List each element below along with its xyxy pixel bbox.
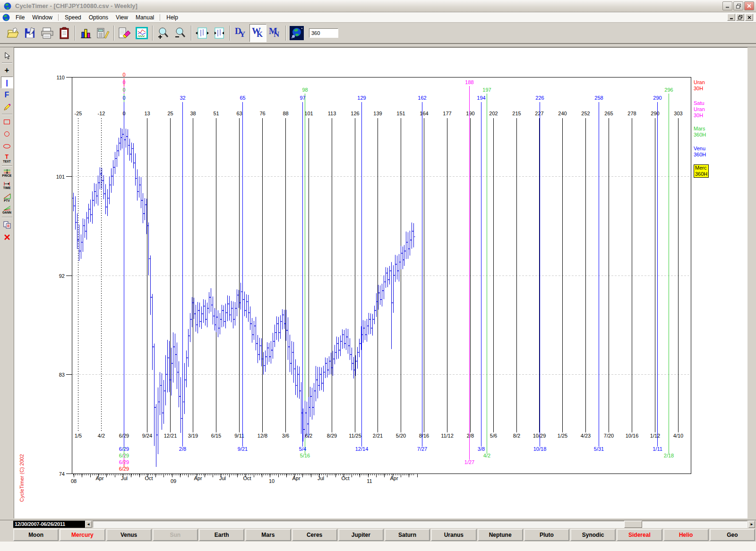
svg-text:1/11: 1/11 [653,446,662,452]
svg-text:Jul: Jul [219,475,226,481]
svg-text:252: 252 [581,111,590,116]
tab-neptune[interactable]: Neptune [478,529,523,541]
svg-text:9/21: 9/21 [238,446,248,452]
svg-text:0: 0 [122,79,125,85]
tab-uranus[interactable]: Uranus [431,529,476,541]
scrollbar-thumb[interactable] [624,521,642,528]
svg-text:92: 92 [59,273,65,279]
tab-helio[interactable]: Helio [663,529,709,541]
tab-moon[interactable]: Moon [13,529,59,541]
tab-venus[interactable]: Venus [106,529,152,541]
svg-text:09: 09 [171,478,176,484]
tab-mars[interactable]: Mars [245,529,291,541]
svg-text:Apr: Apr [390,475,398,481]
svg-text:129: 129 [357,95,366,101]
svg-text:202: 202 [489,111,498,116]
svg-text:0: 0 [122,87,125,93]
svg-text:278: 278 [627,111,636,116]
tab-ceres[interactable]: Ceres [292,529,337,541]
tab-jupiter[interactable]: Jupiter [338,529,384,541]
legend-mars: Mars 360H [694,126,706,138]
svg-text:12/21: 12/21 [164,433,177,439]
svg-text:164: 164 [420,111,428,116]
svg-text:139: 139 [373,111,382,116]
scrollbar-track[interactable] [93,521,747,528]
svg-text:Oct: Oct [243,475,251,481]
svg-text:0: 0 [122,72,125,77]
svg-text:3/19: 3/19 [188,433,198,439]
svg-text:0: 0 [122,95,125,101]
svg-text:25: 25 [167,111,173,116]
legend-uran: Uran 30H [694,79,705,92]
svg-text:74: 74 [59,471,65,477]
svg-text:162: 162 [418,95,426,101]
svg-text:8/16: 8/16 [419,433,429,439]
svg-text:Apr: Apr [95,475,103,481]
svg-text:5/31: 5/31 [594,446,604,452]
svg-text:5/16: 5/16 [300,453,310,458]
svg-text:2/21: 2/21 [373,433,383,439]
svg-text:151: 151 [396,111,405,116]
legend-satu: Satu Uran 30H [694,100,705,119]
svg-text:188: 188 [465,79,473,85]
svg-text:5/4: 5/4 [299,446,306,452]
svg-text:11/12: 11/12 [441,433,454,439]
svg-text:-25: -25 [75,111,82,116]
svg-text:9/24: 9/24 [142,433,152,439]
svg-text:51: 51 [213,111,219,116]
svg-text:3/6: 3/6 [282,433,289,439]
svg-text:Jul: Jul [318,475,324,481]
planet-tabs: MoonMercuryVenusSunEarthMarsCeresJupiter… [13,529,755,542]
copyright-text: CycleTimer (C) 2002 [19,454,25,502]
svg-text:7/20: 7/20 [604,433,614,439]
svg-text:290: 290 [651,111,659,116]
svg-text:76: 76 [259,111,265,116]
bottom-strip [0,542,756,551]
date-range-label: 12/30/2007-06/26/2011 [13,521,85,528]
scroll-right-button[interactable]: ► [748,521,755,528]
svg-text:-12: -12 [98,111,105,116]
svg-text:6/29: 6/29 [119,446,129,452]
svg-text:10/18: 10/18 [533,446,547,452]
svg-text:101: 101 [304,111,313,116]
svg-text:13: 13 [144,111,150,116]
horizontal-scrollbar: 12/30/2007-06/26/2011 ◄ ► [0,520,756,528]
svg-text:5/20: 5/20 [396,433,406,439]
svg-text:63: 63 [236,111,242,116]
svg-text:7/27: 7/27 [417,446,427,452]
svg-text:12/14: 12/14 [355,446,369,452]
svg-text:190: 190 [466,111,474,116]
svg-text:10/16: 10/16 [626,433,639,439]
tab-sidereal[interactable]: Sidereal [617,529,662,541]
tab-earth[interactable]: Earth [199,529,244,541]
svg-text:1/27: 1/27 [464,459,474,465]
svg-text:5/6: 5/6 [490,433,497,439]
svg-text:2/18: 2/18 [664,453,674,458]
svg-text:97: 97 [300,95,305,101]
svg-text:177: 177 [443,111,451,116]
legend-merc: Merc 360H [694,164,709,178]
svg-text:296: 296 [664,87,673,93]
svg-text:215: 215 [512,111,521,116]
chart-svg[interactable]: 110101928374-251/5-124/206/29139/242512/… [0,0,756,551]
svg-text:227: 227 [535,111,543,116]
tab-geo[interactable]: Geo [710,529,755,541]
svg-text:12/8: 12/8 [258,433,267,439]
tab-mercury[interactable]: Mercury [60,529,105,541]
legend-venu: Venu 360H [694,146,706,158]
svg-text:Oct: Oct [145,475,153,481]
svg-text:98: 98 [302,87,308,93]
scroll-left-button[interactable]: ◄ [85,521,92,528]
tab-sun[interactable]: Sun [153,529,198,541]
svg-text:194: 194 [477,95,485,101]
svg-text:110: 110 [56,75,65,80]
svg-text:Apr: Apr [292,475,300,481]
tab-saturn[interactable]: Saturn [385,529,430,541]
svg-text:2/8: 2/8 [467,433,474,439]
tab-synodic[interactable]: Synodic [570,529,616,541]
svg-text:83: 83 [59,372,65,378]
tab-pluto[interactable]: Pluto [524,529,569,541]
svg-text:6/29: 6/29 [119,459,129,465]
svg-text:113: 113 [328,111,336,116]
svg-text:Jul: Jul [121,475,128,481]
